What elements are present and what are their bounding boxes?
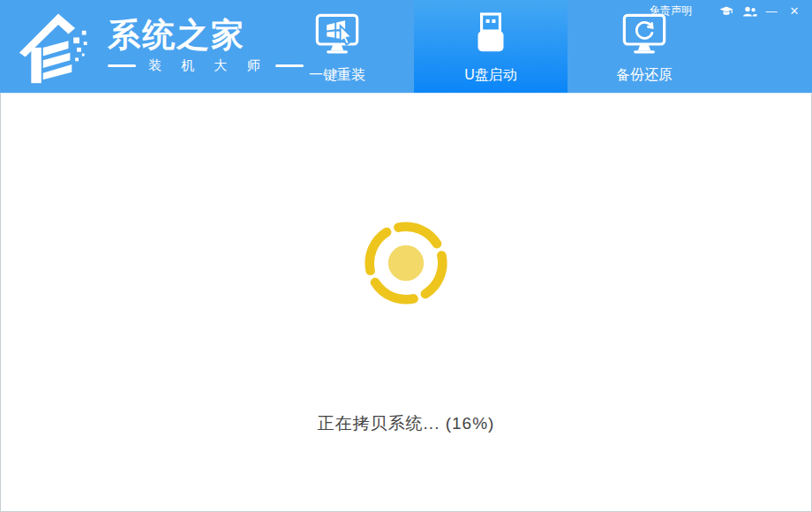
graduate-cap-icon[interactable] <box>718 4 734 19</box>
tab-usb-boot[interactable]: U盘启动 <box>414 0 568 93</box>
brand-subtitle: 装 机 大 师 <box>148 57 268 74</box>
tab-one-click-reinstall[interactable]: 一键重装 <box>260 0 414 93</box>
titlebar-controls: 免责声明 — ✕ <box>650 4 803 19</box>
users-icon[interactable] <box>741 4 757 19</box>
minimize-button[interactable]: — <box>763 4 780 19</box>
main-content: 正在拷贝系统... (16%) <box>0 93 812 512</box>
usb-drive-icon <box>465 8 516 61</box>
monitor-windows-icon <box>312 8 363 61</box>
app-header: 系统之家 装 机 大 师 <box>0 0 812 93</box>
subtitle-left-line <box>108 64 136 67</box>
copy-progress-status: 正在拷贝系统... (16%) <box>1 412 811 435</box>
tab-label: 一键重装 <box>309 67 365 83</box>
close-button[interactable]: ✕ <box>786 4 803 19</box>
disclaimer-link[interactable]: 免责声明 <box>650 4 692 19</box>
loading-spinner <box>364 221 448 305</box>
app-window: 系统之家 装 机 大 师 <box>0 0 812 512</box>
tab-label: 备份还原 <box>616 67 673 83</box>
house-logo-icon <box>18 5 99 87</box>
tab-label: U盘启动 <box>464 67 517 83</box>
